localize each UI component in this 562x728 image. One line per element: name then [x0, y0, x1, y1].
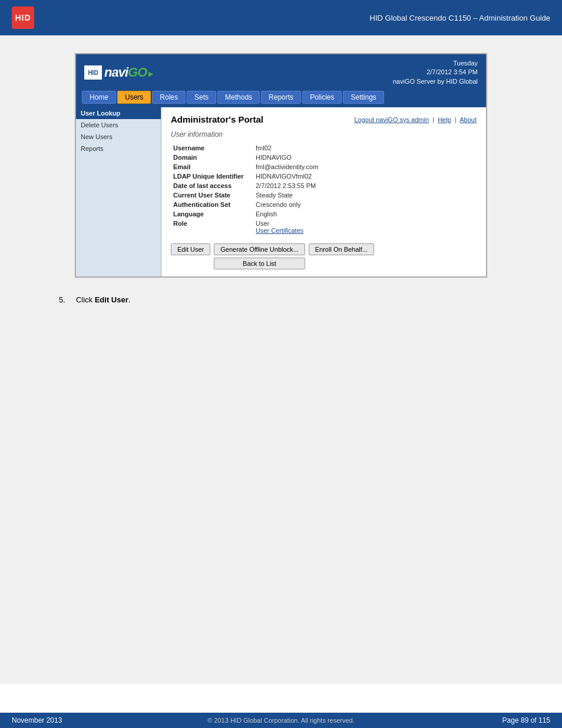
back-to-list-button[interactable]: Back to List: [214, 258, 305, 269]
user-info-table: Username fml02 Domain HIDNAVIGO Email fm…: [171, 143, 477, 235]
navigo-hid-badge: HID: [84, 65, 102, 80]
footer-copyright: © 2013 HID Global Corporation. All right…: [207, 717, 355, 724]
field-value-ldap: HIDNAVIGOVfml02: [253, 172, 477, 181]
instruction-text: Click: [76, 295, 95, 304]
hid-logo-text: HID: [15, 13, 31, 22]
field-label-user-state: Current User State: [171, 190, 253, 200]
page-header: HID HID Global Crescendo C1150 – Adminis…: [0, 0, 562, 35]
footer-date: November 2013: [12, 716, 62, 724]
tab-sets[interactable]: Sets: [187, 91, 216, 104]
portal-title-row: Administrator's Portal Logout naviGO sys…: [171, 114, 477, 124]
action-buttons: Edit User Generate Offline Unblock... Ba…: [171, 243, 477, 269]
navigo-window: HID naviGO► Tuesday 2/7/2012 3:54 PM nav…: [75, 53, 487, 278]
navigo-hid-text: HID: [88, 70, 98, 76]
main-content: HID naviGO► Tuesday 2/7/2012 3:54 PM nav…: [0, 35, 562, 684]
tab-settings[interactable]: Settings: [343, 91, 384, 104]
table-row: Current User State Steady State: [171, 190, 477, 200]
table-row: Language English: [171, 209, 477, 219]
tab-reports[interactable]: Reports: [261, 91, 301, 104]
field-label-last-access: Date of last access: [171, 181, 253, 190]
field-value-username: fml02: [253, 143, 477, 153]
table-row: Date of last access 2/7/2012 2:53:55 PM: [171, 181, 477, 190]
tab-methods[interactable]: Methods: [217, 91, 260, 104]
field-label-role: Role: [171, 219, 253, 235]
table-row: Username fml02: [171, 143, 477, 153]
field-label-domain: Domain: [171, 153, 253, 162]
field-value-language: English: [253, 209, 477, 219]
navigo-day: Tuesday: [393, 59, 478, 68]
generate-offline-button[interactable]: Generate Offline Unblock...: [214, 243, 305, 255]
edit-user-button[interactable]: Edit User: [171, 243, 210, 255]
navigo-body: User Lookup Delete Users New Users Repor…: [76, 107, 486, 276]
field-value-domain: HIDNAVIGO: [253, 153, 477, 162]
field-label-ldap: LDAP Unique Identifier: [171, 172, 253, 181]
field-label-email: Email: [171, 162, 253, 172]
section-title: User information: [171, 130, 477, 139]
navigo-sidebar: User Lookup Delete Users New Users Repor…: [76, 107, 161, 276]
field-label-language: Language: [171, 209, 253, 219]
navigo-topbar: HID naviGO► Tuesday 2/7/2012 3:54 PM nav…: [76, 54, 486, 91]
table-row: Domain HIDNAVIGO: [171, 153, 477, 162]
navigo-brand-text: naviGO►: [104, 65, 154, 80]
field-value-auth-set: Crescendo only: [253, 200, 477, 209]
instruction-bold: Edit User: [95, 295, 128, 304]
tab-roles[interactable]: Roles: [152, 91, 186, 104]
step-number: 5.: [59, 295, 65, 304]
sidebar-header[interactable]: User Lookup: [76, 107, 161, 119]
page-title: HID Global Crescendo C1150 – Administrat…: [370, 14, 550, 22]
navigo-datetime: Tuesday 2/7/2012 3:54 PM naviGO Server b…: [393, 59, 478, 86]
footer-page: Page 89 of 115: [503, 716, 550, 724]
table-row: Role User User Certificates: [171, 219, 477, 235]
field-value-last-access: 2/7/2012 2:53:55 PM: [253, 181, 477, 190]
tab-users[interactable]: Users: [117, 91, 151, 104]
help-link[interactable]: Help: [438, 116, 451, 123]
table-row: Email fml@actividentity.com: [171, 162, 477, 172]
field-label-username: Username: [171, 143, 253, 153]
navigo-logo: HID naviGO►: [84, 65, 154, 80]
field-value-role: User User Certificates: [253, 219, 477, 235]
field-value-user-state: Steady State: [253, 190, 477, 200]
navigo-arrow-icon: ►: [147, 69, 154, 78]
hid-logo-icon: HID: [12, 6, 34, 29]
sidebar-item-new-users[interactable]: New Users: [76, 131, 161, 143]
portal-links: Logout naviGO sys admin | Help | About: [354, 116, 477, 123]
table-row: LDAP Unique Identifier HIDNAVIGOVfml02: [171, 172, 477, 181]
field-label-auth-set: Authentication Set: [171, 200, 253, 209]
sidebar-item-reports[interactable]: Reports: [76, 143, 161, 154]
step-instruction: 5. Click Edit User.: [24, 295, 538, 304]
navigo-main: Administrator's Portal Logout naviGO sys…: [161, 107, 486, 276]
table-row: Authentication Set Crescendo only: [171, 200, 477, 209]
tab-policies[interactable]: Policies: [302, 91, 342, 104]
portal-title: Administrator's Portal: [171, 114, 263, 124]
navigo-server: naviGO Server by HID Global: [393, 77, 478, 86]
instruction-suffix: .: [128, 295, 131, 304]
page-footer: November 2013 © 2013 HID Global Corporat…: [0, 713, 562, 728]
enroll-on-behalf-button[interactable]: Enroll On Behalf...: [309, 243, 374, 255]
field-value-email: fml@actividentity.com: [253, 162, 477, 172]
about-link[interactable]: About: [459, 116, 477, 123]
navigo-date: 2/7/2012 3:54 PM: [393, 68, 478, 77]
navigo-navbar: Home Users Roles Sets Methods Reports Po…: [76, 91, 486, 107]
tab-home[interactable]: Home: [82, 91, 116, 104]
logout-link[interactable]: Logout naviGO sys admin: [354, 116, 429, 123]
user-certificates-link[interactable]: User Certificates: [256, 227, 303, 234]
sidebar-item-delete-users[interactable]: Delete Users: [76, 119, 161, 131]
